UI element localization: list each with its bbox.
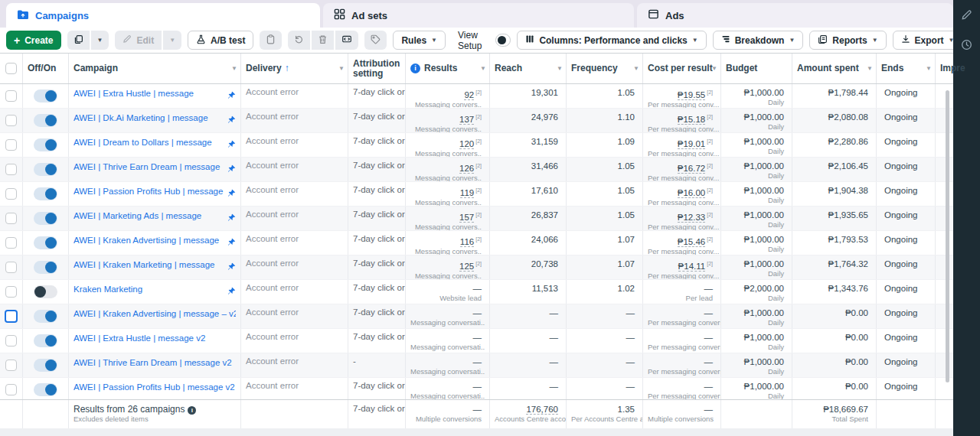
column-header-cost-per-result[interactable]: Cost per result ▼ [643, 54, 721, 83]
results-link[interactable]: — [473, 284, 482, 293]
campaign-toggle[interactable] [34, 285, 57, 298]
cost-link[interactable]: ₱14.11 [678, 262, 706, 272]
info-icon[interactable]: i [188, 406, 196, 415]
results-link[interactable]: 126 [459, 164, 474, 174]
column-header-ends[interactable]: Ends ▼ [877, 54, 936, 83]
delete-button[interactable] [312, 31, 334, 50]
campaign-name-link[interactable]: AWEI | Marketing Ads | message [74, 211, 227, 220]
cost-link[interactable]: ₱15.46 [678, 237, 705, 247]
vertical-scrollbar[interactable] [946, 90, 949, 382]
column-header-attribution-setting[interactable]: Attribution setting [348, 54, 406, 83]
campaign-toggle[interactable] [34, 261, 57, 274]
column-header-delivery[interactable]: Delivery ↑ ▼ [241, 54, 348, 83]
campaign-name-link[interactable]: AWEI | Thrive Earn Dream | message [74, 162, 227, 171]
campaign-toggle[interactable] [34, 359, 57, 372]
campaign-name-link[interactable]: AWEI | Thrive Earn Dream | message v2 [74, 358, 236, 367]
export-button[interactable]: Export ▼ [893, 31, 963, 50]
campaign-name-link[interactable]: AWEI | Kraken Advertising | message [74, 236, 227, 245]
cost-link[interactable]: — [704, 333, 714, 342]
info-icon[interactable]: i [410, 63, 420, 73]
campaign-name-link[interactable]: AWEI | Kraken Advertising | message – v2 [74, 309, 236, 318]
select-all-checkbox[interactable] [5, 63, 17, 74]
column-header-campaign[interactable]: Campaign ▼ [69, 54, 241, 83]
replace-button[interactable] [335, 31, 358, 50]
row-checkbox[interactable] [5, 139, 17, 151]
campaign-name-link[interactable]: AWEI | Extra Hustle | message v2 [74, 334, 236, 343]
results-link[interactable]: — [473, 308, 482, 317]
column-header-reach[interactable]: Reach ▼ [490, 54, 567, 83]
history-clock-icon[interactable] [961, 39, 972, 54]
row-checkbox[interactable] [5, 188, 17, 200]
chevron-down-icon[interactable]: ▼ [231, 63, 237, 73]
column-header-impressions[interactable]: Impre [936, 54, 970, 83]
campaign-toggle[interactable] [34, 334, 57, 347]
column-header-frequency[interactable]: Frequency ▼ [567, 54, 643, 83]
view-setup-toggle[interactable] [495, 34, 511, 47]
row-checkbox[interactable] [5, 262, 17, 273]
reach-total-link[interactable]: 176,760 [526, 405, 558, 415]
chevron-down-icon[interactable]: ▼ [926, 63, 932, 73]
row-checkbox[interactable] [5, 384, 17, 395]
campaign-name-link[interactable]: Kraken Marketing [74, 285, 227, 294]
results-link[interactable]: — [473, 333, 482, 342]
campaign-name-link[interactable]: AWEI | Passion Profits Hub | message v2 [74, 382, 236, 392]
cost-link[interactable]: — [704, 308, 714, 317]
column-header-amount-spent[interactable]: Amount spent ▼ [792, 54, 877, 83]
campaign-toggle[interactable] [34, 310, 57, 323]
chevron-down-icon[interactable]: ▼ [633, 63, 639, 73]
chevron-down-icon[interactable]: ▼ [557, 63, 563, 73]
cost-link[interactable]: ₱15.18 [678, 115, 705, 125]
campaign-name-link[interactable]: AWEI | Dream to Dollars | message [74, 138, 227, 147]
row-checkbox[interactable] [5, 115, 17, 126]
chevron-down-icon[interactable]: ▼ [480, 63, 486, 73]
campaign-toggle[interactable] [34, 212, 57, 225]
column-header-budget[interactable]: Budget [721, 54, 792, 83]
results-link[interactable]: — [473, 357, 482, 366]
row-checkbox[interactable] [5, 213, 17, 224]
results-link[interactable]: 116 [460, 237, 474, 247]
reports-button[interactable]: Reports ▼ [809, 31, 886, 50]
columns-button[interactable]: Columns: Performance and clicks ▼ [517, 31, 706, 50]
cost-link[interactable]: ₱19.01 [678, 139, 705, 149]
ab-test-button[interactable]: A/B test [188, 31, 253, 50]
row-checkbox[interactable] [5, 335, 17, 347]
campaign-toggle[interactable] [34, 114, 57, 127]
breakdown-button[interactable]: Breakdown ▼ [713, 31, 804, 50]
column-header-off-on[interactable]: Off/On [23, 54, 69, 83]
results-link[interactable]: — [473, 382, 482, 391]
campaign-toggle[interactable] [34, 138, 57, 151]
row-checkbox[interactable] [5, 310, 18, 323]
cost-link[interactable]: — [704, 382, 714, 391]
chevron-down-icon[interactable]: ▼ [867, 63, 873, 73]
results-link[interactable]: 157 [459, 213, 474, 223]
tab-ads[interactable]: Ads [637, 3, 953, 28]
row-checkbox[interactable] [5, 237, 17, 249]
cost-link[interactable]: ₱19.55 [678, 90, 705, 100]
campaign-toggle[interactable] [34, 236, 57, 249]
rules-button[interactable]: Rules ▼ [393, 31, 446, 50]
duplicate-dropdown-button[interactable]: ▼ [91, 31, 109, 50]
undo-button[interactable] [288, 31, 310, 50]
row-checkbox[interactable] [5, 360, 17, 371]
campaign-name-link[interactable]: AWEI | Extra Hustle | message [74, 89, 227, 98]
create-button[interactable]: + Create [6, 31, 61, 50]
cost-link[interactable]: ₱12.33 [678, 213, 705, 223]
cost-link[interactable]: ₱16.72 [678, 164, 705, 174]
cost-link[interactable]: ₱16.00 [678, 188, 705, 198]
campaign-name-link[interactable]: AWEI | Passion Profits Hub | message [74, 187, 227, 196]
column-header-results[interactable]: i Results ▼ [406, 54, 490, 83]
campaign-toggle[interactable] [34, 163, 57, 176]
edit-button[interactable]: Edit [115, 31, 162, 50]
results-link[interactable]: 119 [460, 188, 474, 198]
campaign-toggle[interactable] [34, 383, 57, 396]
row-checkbox[interactable] [5, 164, 17, 175]
duplicate-button[interactable] [67, 31, 90, 50]
tag-button[interactable] [364, 31, 387, 50]
tab-campaigns[interactable]: Campaigns [6, 3, 320, 28]
results-link[interactable]: 120 [459, 139, 474, 149]
results-link[interactable]: 137 [459, 115, 474, 125]
results-link[interactable]: 92 [464, 90, 474, 100]
campaign-name-link[interactable]: AWEI | Dk.Ai Marketing | message [74, 113, 227, 122]
campaign-name-link[interactable]: AWEI | Kraken Marketing | message [74, 260, 227, 269]
row-checkbox[interactable] [5, 286, 17, 298]
